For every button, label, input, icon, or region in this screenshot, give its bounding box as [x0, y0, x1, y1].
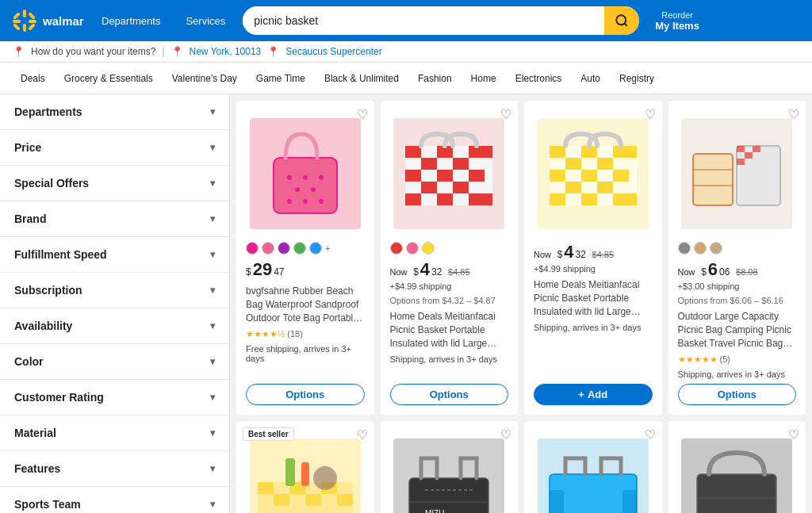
sidebar-item-special-offers[interactable]: Special Offers ▾ [0, 166, 229, 201]
search-input[interactable] [243, 14, 604, 27]
svg-rect-11 [274, 158, 337, 213]
options-button[interactable]: Options [390, 384, 509, 405]
product-image [681, 438, 792, 513]
svg-rect-53 [737, 146, 780, 205]
product-image-area [390, 110, 509, 237]
cat-home[interactable]: Home [463, 70, 504, 87]
sidebar-section-price: Price ▾ [0, 130, 229, 166]
svg-point-9 [617, 15, 626, 25]
reorder-label: Reorder [661, 10, 693, 20]
price-row: $ 29 47 [246, 259, 365, 280]
cat-deals[interactable]: Deals [13, 70, 53, 87]
search-button[interactable] [604, 6, 639, 35]
location-pin-icon: 📍 [13, 46, 25, 57]
sidebar-item-sports-team[interactable]: Sports Team ▾ [0, 487, 229, 513]
price-dollar: $ [413, 266, 419, 278]
sidebar-label-special-offers: Special Offers [14, 177, 89, 190]
product-image [250, 438, 361, 513]
price-main: 4 [420, 259, 430, 280]
sidebar-label-sports-team: Sports Team [14, 498, 81, 511]
color-swatches [678, 242, 797, 255]
options-button[interactable]: Options [246, 384, 365, 405]
svg-rect-26 [453, 158, 469, 170]
product-image [393, 118, 504, 229]
sidebar-item-brand[interactable]: Brand ▾ [0, 201, 229, 236]
cat-auto[interactable]: Auto [573, 70, 608, 87]
color-swatch[interactable] [694, 242, 707, 255]
product-image [538, 438, 649, 513]
product-image-area [246, 431, 365, 513]
color-swatch[interactable] [406, 242, 419, 255]
sidebar-item-features[interactable]: Features ▾ [0, 451, 229, 486]
color-swatch[interactable] [390, 242, 403, 255]
price-shipping: +$4.99 shipping [390, 281, 452, 291]
add-icon: + [578, 389, 584, 400]
product-card: ♡ [668, 421, 806, 513]
chevron-down-icon: ▾ [210, 320, 215, 331]
walmart-logo[interactable]: walmart [13, 8, 84, 33]
wishlist-button[interactable]: ♡ [357, 107, 368, 122]
sidebar-item-material[interactable]: Material ▾ [0, 415, 229, 450]
svg-rect-67 [301, 462, 309, 486]
color-swatch[interactable] [278, 242, 290, 255]
sidebar-item-customer-rating[interactable]: Customer Rating ▾ [0, 380, 229, 415]
color-swatch[interactable] [710, 242, 722, 255]
product-card: ♡ [524, 101, 662, 415]
cat-game-time[interactable]: Game Time [248, 70, 313, 87]
services-nav-button[interactable]: Services [178, 10, 233, 32]
color-swatch[interactable] [246, 242, 259, 255]
product-stars: ★★★★★ (5) [678, 354, 797, 365]
cat-electronics[interactable]: Electronics [508, 70, 570, 87]
svg-rect-43 [613, 170, 629, 182]
product-card: Best seller ♡ [236, 421, 374, 513]
wishlist-button[interactable]: ♡ [645, 427, 656, 442]
cat-grocery[interactable]: Grocery & Essentials [56, 70, 161, 87]
svg-rect-4 [13, 12, 21, 20]
chevron-down-icon: ▾ [210, 213, 215, 224]
product-image-area [246, 110, 365, 237]
sidebar-item-departments[interactable]: Departments ▾ [0, 94, 229, 129]
departments-nav-button[interactable]: Departments [94, 10, 168, 32]
cat-registry[interactable]: Registry [611, 70, 662, 87]
cat-valentines[interactable]: Valentine's Day [164, 70, 245, 87]
wishlist-button[interactable]: ♡ [357, 427, 368, 442]
color-swatches: + [246, 242, 365, 255]
color-swatch[interactable] [293, 242, 306, 255]
product-stars: ★★★★½ (18) [246, 329, 365, 339]
sidebar-section-fulfillment-speed: Fulfillment Speed ▾ [0, 237, 229, 273]
color-swatch[interactable] [309, 242, 322, 255]
svg-rect-22 [405, 146, 421, 158]
chevron-down-icon: ▾ [210, 499, 215, 510]
location-text[interactable]: New York, 10013 [190, 46, 262, 57]
sidebar-item-subscription[interactable]: Subscription ▾ [0, 273, 229, 308]
product-image: MIZU [393, 438, 504, 513]
shipping-info: Shipping, arrives in 3+ days [390, 354, 509, 364]
wishlist-button[interactable]: ♡ [788, 107, 799, 122]
add-to-cart-button[interactable]: + Add [534, 384, 653, 405]
wishlist-button[interactable]: ♡ [500, 107, 511, 122]
color-swatch[interactable] [422, 242, 435, 255]
cat-black-unlimited[interactable]: Black & Unlimited [316, 70, 407, 87]
location-pin2-icon: 📍 [171, 46, 183, 57]
wishlist-button[interactable]: ♡ [788, 427, 799, 442]
svg-point-18 [287, 199, 292, 204]
cat-fashion[interactable]: Fashion [410, 70, 460, 87]
sidebar-item-color[interactable]: Color ▾ [0, 344, 229, 379]
color-swatch[interactable] [262, 242, 274, 255]
svg-rect-31 [453, 182, 469, 193]
price-row: Now $ 4 32 $4.85 +$4.99 shipping [534, 242, 653, 274]
options-button[interactable]: Options [678, 384, 797, 405]
wishlist-button[interactable]: ♡ [500, 427, 511, 442]
svg-rect-55 [737, 146, 745, 152]
wishlist-button[interactable]: ♡ [645, 107, 656, 122]
product-image [250, 118, 361, 229]
sidebar-item-fulfillment-speed[interactable]: Fulfillment Speed ▾ [0, 237, 229, 272]
reorder-section[interactable]: Reorder My Items [649, 7, 706, 35]
svg-rect-46 [550, 193, 565, 205]
sidebar-item-availability[interactable]: Availability ▾ [0, 308, 229, 343]
svg-rect-32 [405, 193, 421, 205]
store-text[interactable]: Secaucus Supercenter [285, 46, 381, 57]
color-swatch[interactable] [678, 242, 691, 255]
more-swatches[interactable]: + [325, 243, 330, 253]
sidebar-item-price[interactable]: Price ▾ [0, 130, 229, 165]
